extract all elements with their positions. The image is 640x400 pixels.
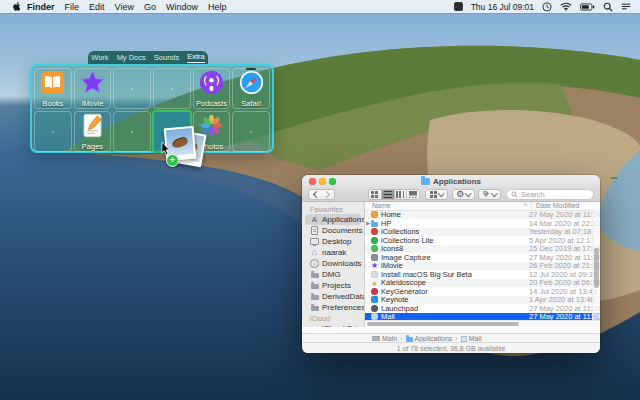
- menu-status-area: Thu 16 Jul 09:01: [454, 2, 631, 12]
- shelf-item-pages[interactable]: Pages: [74, 111, 112, 152]
- search-icon: [511, 191, 518, 198]
- back-button[interactable]: [308, 189, 322, 200]
- shelf-empty-cell: [113, 111, 151, 152]
- menu-item-go[interactable]: Go: [144, 2, 156, 12]
- wifi-icon[interactable]: [560, 2, 572, 11]
- sidebar-section-title: iCloud: [302, 313, 364, 323]
- table-row[interactable]: iCollectionsYesterday at 07:18: [365, 228, 600, 237]
- menu-clock[interactable]: Thu 16 Jul 09:01: [471, 2, 534, 12]
- sidebar-item-label: Downloads: [322, 259, 362, 268]
- minimize-button[interactable]: [319, 178, 326, 185]
- document-icon: [310, 226, 319, 235]
- table-row[interactable]: Image Capture27 May 2020 at 11:24: [365, 253, 600, 262]
- triangle-icon: ▲: [371, 279, 378, 286]
- sidebar-item-downloads[interactable]: ↓Downloads: [305, 258, 361, 269]
- shelf-item-podcasts[interactable]: Podcasts: [193, 68, 231, 109]
- tag-icon: [482, 190, 490, 198]
- app-square-icon: [371, 211, 378, 218]
- path-separator: ›: [455, 335, 457, 342]
- column-header-name[interactable]: Name ^: [365, 202, 532, 209]
- table-row[interactable]: iCollections Lite5 Apr 2020 at 12:17: [365, 236, 600, 245]
- sidebar-item-projects[interactable]: Projects: [305, 280, 361, 291]
- table-row[interactable]: KeyGenerator14 Jul 2020 at 13:43: [365, 287, 600, 296]
- window-titlebar[interactable]: Applications: [302, 175, 600, 187]
- table-row[interactable]: Home27 May 2020 at 11:24: [365, 211, 600, 220]
- app-circle-icon: [371, 237, 378, 244]
- action-button[interactable]: ⚙: [452, 189, 475, 200]
- table-row[interactable]: ▶HP14 Mar 2020 at 22:31: [365, 219, 600, 228]
- sidebar-item-icloud-drive[interactable]: ☁iCloud Drive: [305, 323, 361, 327]
- icon-view-icon: [371, 191, 378, 198]
- notification-center-icon[interactable]: [621, 2, 631, 11]
- vertical-scrollbar[interactable]: [592, 210, 600, 328]
- menu-item-help[interactable]: Help: [208, 2, 227, 12]
- menu-item-window[interactable]: Window: [166, 2, 198, 12]
- close-button[interactable]: [309, 178, 316, 185]
- table-row[interactable]: Install macOS Big Sur Beta12 Jul 2020 at…: [365, 270, 600, 279]
- sidebar-item-preferences[interactable]: Preferences: [305, 302, 361, 313]
- shelf-tab-sounds[interactable]: Sounds: [154, 53, 179, 63]
- menu-item-file[interactable]: File: [65, 2, 80, 12]
- shelf-minimize-handle[interactable]: [246, 68, 256, 70]
- app-circle-icon: [371, 305, 378, 312]
- file-rows: Home27 May 2020 at 11:24▶HP14 Mar 2020 a…: [365, 211, 600, 328]
- horizontal-scrollbar-thumb[interactable]: [367, 322, 519, 326]
- chevron-down-icon: [465, 190, 471, 196]
- file-list: Name ^ Date Modified Home27 May 2020 at …: [365, 202, 600, 327]
- apple-icon[interactable]: [12, 1, 21, 12]
- shelf-item-books[interactable]: Books: [34, 68, 72, 109]
- battery-icon[interactable]: [580, 3, 595, 11]
- column-view-button[interactable]: [395, 190, 408, 199]
- menu-extra-icon[interactable]: [454, 2, 463, 11]
- shelf-item-label: Pages: [82, 143, 103, 151]
- drag-ghost[interactable]: +: [158, 124, 212, 176]
- table-row[interactable]: ▲Kaleidoscope20 Feb 2020 at 06:39: [365, 279, 600, 288]
- sidebar-item-dmg[interactable]: DMG: [305, 269, 361, 280]
- folder-icon: [421, 178, 430, 185]
- folder-icon: [406, 337, 413, 342]
- column-header-date[interactable]: Date Modified: [532, 202, 600, 209]
- shelf-item-imovie[interactable]: iMovie: [74, 68, 112, 109]
- path-item-mail[interactable]: Mail: [461, 335, 482, 342]
- shelf-tab-my-docs[interactable]: My Docs: [117, 53, 146, 63]
- chevron-down-icon: [438, 190, 444, 196]
- time-machine-icon[interactable]: [542, 2, 552, 12]
- sidebar-item-naarak[interactable]: ⌂naarak: [305, 247, 361, 258]
- shelf-empty-cell: [34, 111, 72, 152]
- group-button[interactable]: [425, 189, 448, 200]
- icon-view-button[interactable]: [369, 190, 382, 199]
- path-item-applications[interactable]: Applications: [406, 335, 453, 342]
- finder-sidebar: FavouritesAApplicationsDocumentsDesktop⌂…: [302, 202, 365, 327]
- zoom-button[interactable]: [329, 178, 336, 185]
- menu-item-view[interactable]: View: [115, 2, 134, 12]
- shelf-tab-work[interactable]: Work: [91, 53, 108, 63]
- horizontal-scrollbar[interactable]: [365, 320, 600, 327]
- sidebar-item-label: DerivedData: [322, 292, 365, 301]
- sidebar-item-deriveddata[interactable]: DerivedData: [305, 291, 361, 302]
- list-view-button[interactable]: [382, 190, 395, 199]
- menu-item-edit[interactable]: Edit: [89, 2, 105, 12]
- app-circle-icon: [371, 228, 378, 235]
- folder-icon: [371, 220, 378, 227]
- forward-button[interactable]: [321, 189, 335, 200]
- table-row[interactable]: Keynote1 Apr 2020 at 13:46: [365, 296, 600, 305]
- path-item-main[interactable]: Main: [372, 335, 397, 342]
- table-row[interactable]: Launchpad27 May 2020 at 11:24: [365, 304, 600, 313]
- share-button[interactable]: [478, 189, 501, 200]
- shelf-item-safari[interactable]: Safari: [232, 68, 270, 109]
- spotlight-icon[interactable]: [603, 2, 613, 12]
- menu-active-app[interactable]: Finder: [27, 2, 55, 12]
- search-input[interactable]: Search: [506, 189, 594, 200]
- table-row[interactable]: ★iMovie26 Feb 2020 at 21:01: [365, 262, 600, 271]
- table-row[interactable]: Icons825 Dec 2019 at 17:03: [365, 245, 600, 254]
- shelf-tab-extra[interactable]: Extra: [187, 52, 205, 63]
- sidebar-item-desktop[interactable]: Desktop: [305, 236, 361, 247]
- sidebar-item-label: iCloud Drive: [322, 324, 365, 327]
- sidebar-item-documents[interactable]: Documents: [305, 225, 361, 236]
- sidebar-item-applications[interactable]: AApplications: [305, 214, 361, 225]
- mouse-cursor: [161, 142, 171, 161]
- folder-icon: [310, 282, 319, 290]
- gallery-view-button[interactable]: [407, 190, 419, 199]
- vertical-scrollbar-thumb[interactable]: [594, 248, 599, 288]
- path-item-label: Mail: [469, 335, 482, 342]
